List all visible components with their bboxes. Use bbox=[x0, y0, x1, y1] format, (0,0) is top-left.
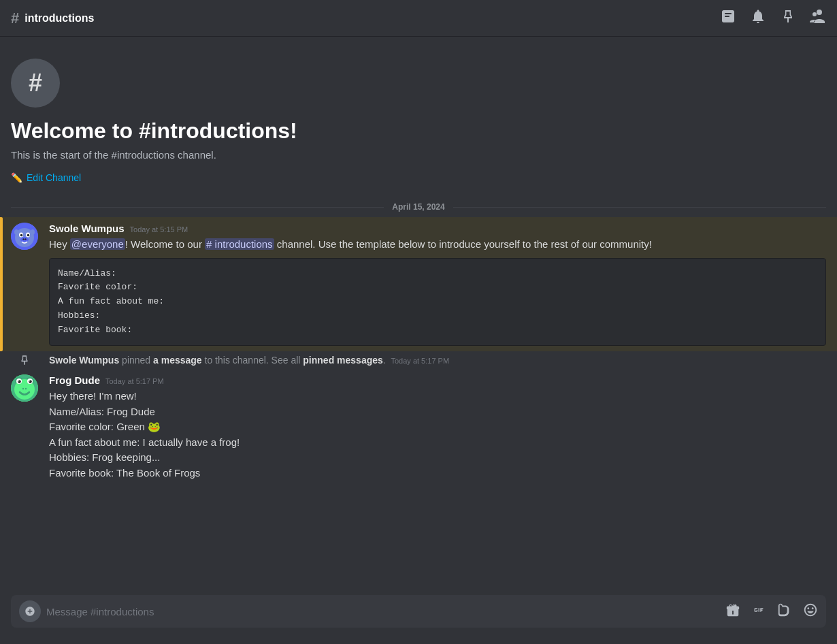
edit-channel-button[interactable]: ✏️ Edit Channel bbox=[11, 172, 81, 183]
pencil-icon: ✏️ bbox=[11, 172, 22, 183]
pin-message-link[interactable]: a message bbox=[153, 355, 202, 366]
main-content: # Welcome to #introductions! This is the… bbox=[0, 37, 837, 595]
svg-point-20 bbox=[29, 381, 31, 383]
pin-notification-icon bbox=[11, 354, 38, 366]
code-block: Name/Alias: Favorite color: A fun fact a… bbox=[49, 258, 826, 347]
svg-point-24 bbox=[25, 388, 27, 389]
date-divider-text: April 15, 2024 bbox=[384, 202, 453, 212]
svg-point-12 bbox=[24, 238, 26, 240]
svg-point-8 bbox=[20, 234, 23, 237]
threads-icon[interactable] bbox=[720, 8, 736, 28]
topbar-channel-name: introductions bbox=[24, 12, 94, 25]
message-timestamp-2: Today at 5:17 PM bbox=[105, 377, 164, 385]
message-timestamp-1: Today at 5:15 PM bbox=[130, 225, 188, 234]
channel-hash-large: # bbox=[29, 69, 42, 97]
highlight-bar bbox=[0, 217, 3, 351]
svg-point-9 bbox=[27, 234, 30, 237]
msg2-line2: Name/Alias: Frog Dude bbox=[49, 404, 826, 420]
msg2-line3: Favorite color: Green 🐸 bbox=[49, 419, 826, 435]
svg-point-23 bbox=[22, 388, 24, 389]
gif-icon[interactable] bbox=[751, 602, 766, 621]
message-header-1: Swole Wumpus Today at 5:15 PM bbox=[49, 223, 826, 234]
svg-point-21 bbox=[18, 381, 19, 382]
pin-timestamp: Today at 5:17 PM bbox=[391, 357, 449, 365]
msg2-line4: A fun fact about me: I actually have a f… bbox=[49, 435, 826, 451]
emoji-icon[interactable] bbox=[803, 602, 818, 621]
pin-notification: Swole Wumpus pinned a message to this ch… bbox=[0, 351, 837, 369]
svg-point-10 bbox=[20, 237, 29, 242]
msg2-line6: Favorite book: The Book of Frogs bbox=[49, 466, 826, 481]
message-group-1: Swole Wumpus Today at 5:15 PM Hey @every… bbox=[0, 217, 837, 351]
channel-icon-circle: # bbox=[11, 59, 60, 108]
message-input-bar bbox=[11, 595, 826, 628]
message-group-2: Frog Dude Today at 5:17 PM Hey there! I'… bbox=[0, 369, 837, 486]
pinned-messages-link[interactable]: pinned messages bbox=[303, 355, 383, 366]
mention-channel-introductions: # introductions bbox=[205, 238, 274, 250]
msg2-line1: Hey there! I'm new! bbox=[49, 389, 826, 404]
avatar-frog-dude bbox=[11, 374, 38, 402]
channel-welcome-title: Welcome to #introductions! bbox=[11, 118, 826, 144]
message-header-2: Frog Dude Today at 5:17 PM bbox=[49, 374, 826, 386]
edit-channel-label: Edit Channel bbox=[27, 172, 81, 183]
message-content-2: Frog Dude Today at 5:17 PM Hey there! I'… bbox=[49, 374, 826, 481]
pin-notification-text: Swole Wumpus pinned a message to this ch… bbox=[49, 355, 449, 366]
pin-icon[interactable] bbox=[780, 8, 796, 28]
input-icons bbox=[725, 602, 818, 621]
svg-point-19 bbox=[18, 381, 20, 383]
channel-subtitle: This is the start of the #introductions … bbox=[11, 149, 826, 161]
members-icon[interactable] bbox=[810, 8, 826, 28]
msg2-line5: Hobbies: Frog keeping... bbox=[49, 450, 826, 466]
svg-point-11 bbox=[22, 238, 24, 240]
message-author-2: Frog Dude bbox=[49, 374, 100, 386]
message-input[interactable] bbox=[46, 606, 725, 617]
message-content-1: Swole Wumpus Today at 5:15 PM Hey @every… bbox=[49, 223, 826, 346]
topbar: # introductions bbox=[0, 0, 837, 37]
channel-hash-icon: # bbox=[11, 10, 19, 27]
channel-header: # Welcome to #introductions! This is the… bbox=[0, 37, 837, 197]
gift-icon[interactable] bbox=[725, 602, 740, 621]
pin-author: Swole Wumpus bbox=[49, 355, 119, 366]
bell-icon[interactable] bbox=[750, 8, 766, 28]
topbar-left: # introductions bbox=[11, 10, 720, 27]
add-attachment-button[interactable] bbox=[19, 600, 41, 622]
avatar-swole-wumpus bbox=[11, 223, 38, 250]
message-text-1: Hey @everyone! Welcome to our # introduc… bbox=[49, 237, 826, 253]
message-text-2: Hey there! I'm new! Name/Alias: Frog Dud… bbox=[49, 389, 826, 481]
message-author-1: Swole Wumpus bbox=[49, 223, 125, 234]
sticker-icon[interactable] bbox=[777, 602, 792, 621]
svg-point-22 bbox=[29, 381, 30, 382]
mention-everyone: @everyone bbox=[70, 238, 125, 250]
topbar-right bbox=[720, 8, 826, 28]
date-divider: April 15, 2024 bbox=[0, 202, 837, 212]
